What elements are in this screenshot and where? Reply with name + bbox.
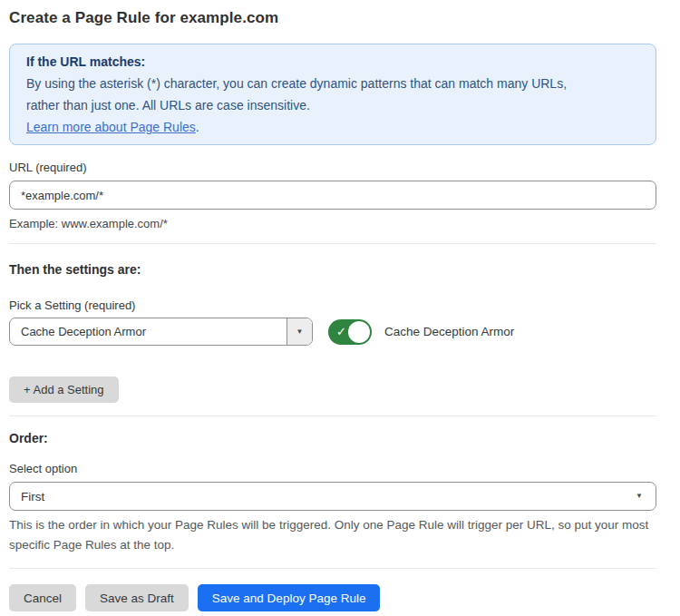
save-and-deploy-button[interactable]: Save and Deploy Page Rule <box>198 584 381 611</box>
page-title: Create a Page Rule for example.com <box>9 0 656 27</box>
save-as-draft-button[interactable]: Save as Draft <box>85 584 189 611</box>
order-section-heading: Order: <box>9 431 656 446</box>
cancel-button[interactable]: Cancel <box>9 584 76 611</box>
setting-select-value: Cache Deception Armor <box>10 318 287 345</box>
add-setting-button[interactable]: + Add a Setting <box>9 376 119 403</box>
order-select[interactable]: First ▼ <box>9 482 656 511</box>
check-icon: ✓ <box>336 326 346 337</box>
link-suffix: . <box>196 120 199 134</box>
footer-actions: Cancel Save as Draft Save and Deploy Pag… <box>9 584 656 611</box>
setting-select-arrow-button[interactable]: ▼ <box>287 318 312 345</box>
url-label: URL (required) <box>9 161 656 174</box>
toggle-knob <box>348 321 370 343</box>
divider <box>9 243 656 244</box>
order-helper-text: This is the order in which your Page Rul… <box>9 515 656 555</box>
pick-setting-label: Pick a Setting (required) <box>9 298 656 312</box>
settings-section-heading: Then the settings are: <box>9 262 656 278</box>
chevron-down-icon: ▼ <box>636 493 643 500</box>
url-match-info-box: If the URL matches: By using the asteris… <box>9 44 656 145</box>
chevron-down-icon: ▼ <box>296 328 304 336</box>
info-box-body-line-1: By using the asterisk (*) character, you… <box>26 73 639 94</box>
divider <box>9 568 656 569</box>
cache-deception-armor-toggle[interactable]: ✓ <box>328 319 372 345</box>
learn-more-link[interactable]: Learn more about Page Rules <box>26 120 196 134</box>
order-select-value: First <box>21 490 636 504</box>
setting-select[interactable]: Cache Deception Armor ▼ <box>9 318 313 346</box>
select-option-label: Select option <box>9 462 656 475</box>
setting-row: Cache Deception Armor ▼ ✓ Cache Deceptio… <box>9 318 656 346</box>
divider <box>9 416 656 416</box>
info-box-link-row: Learn more about Page Rules. <box>26 116 639 138</box>
toggle-label: Cache Deception Armor <box>384 325 514 338</box>
url-input[interactable] <box>9 181 656 210</box>
info-box-heading: If the URL matches: <box>26 51 639 73</box>
info-box-body-line-2: rather than just one. All URLs are case … <box>26 94 639 116</box>
url-example-helper: Example: www.example.com/* <box>9 217 656 230</box>
create-page-rule-form: Create a Page Rule for example.com If th… <box>9 0 656 611</box>
